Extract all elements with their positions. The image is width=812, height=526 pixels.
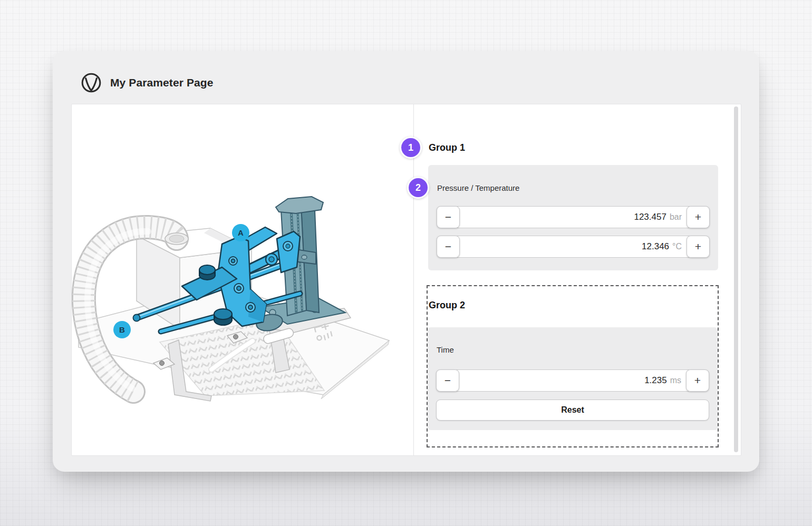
group-1-badge: 1 bbox=[400, 137, 422, 159]
group-2-title: Group 2 bbox=[429, 300, 465, 311]
pressure-temperature-card: Pressure / Temperature − 123.457 bar + −… bbox=[428, 165, 718, 270]
time-increment-button[interactable]: + bbox=[686, 369, 709, 392]
time-unit: ms bbox=[670, 376, 681, 385]
time-card: Time − 1.235 ms + Reset bbox=[428, 327, 718, 430]
card-2-badge: 2 bbox=[407, 177, 429, 199]
pressure-value: 123.457 bbox=[634, 212, 666, 222]
group-1-title: Group 1 bbox=[429, 142, 465, 153]
app-logo-icon bbox=[81, 72, 102, 93]
pressure-stepper: − 123.457 bar + bbox=[437, 206, 710, 228]
marker-b[interactable]: B bbox=[113, 321, 131, 338]
group-2-container: Group 2 Time − 1.235 ms + Reset bbox=[427, 285, 719, 447]
page-title: My Parameter Page bbox=[110, 76, 213, 89]
pressure-temperature-label: Pressure / Temperature bbox=[437, 183, 519, 192]
marker-a[interactable]: A bbox=[232, 224, 249, 241]
temperature-value: 12.346 bbox=[642, 241, 669, 252]
card-2-badge-label: 2 bbox=[415, 182, 421, 193]
time-stepper: − 1.235 ms + bbox=[436, 369, 709, 392]
group-1-badge-label: 1 bbox=[408, 142, 413, 153]
app-card: My Parameter Page bbox=[53, 51, 759, 472]
time-value: 1.235 bbox=[644, 375, 667, 386]
temperature-stepper: − 12.346 °C + bbox=[437, 236, 710, 258]
reset-button[interactable]: Reset bbox=[436, 400, 709, 421]
machine-illustration bbox=[72, 104, 413, 456]
time-label: Time bbox=[437, 345, 454, 354]
pressure-increment-button[interactable]: + bbox=[687, 206, 710, 228]
app-header: My Parameter Page bbox=[81, 72, 213, 93]
time-decrement-button[interactable]: − bbox=[436, 369, 459, 392]
marker-a-label: A bbox=[238, 228, 244, 237]
panel-scrollbar[interactable] bbox=[734, 106, 738, 452]
temperature-decrement-button[interactable]: − bbox=[437, 236, 460, 258]
temperature-unit: °C bbox=[672, 242, 682, 251]
pressure-input[interactable]: 123.457 bar bbox=[456, 206, 690, 228]
time-input[interactable]: 1.235 ms bbox=[456, 369, 690, 392]
temperature-input[interactable]: 12.346 °C bbox=[456, 236, 690, 258]
pressure-unit: bar bbox=[670, 212, 682, 222]
temperature-increment-button[interactable]: + bbox=[687, 236, 710, 258]
marker-b-label: B bbox=[119, 325, 125, 334]
pressure-decrement-button[interactable]: − bbox=[437, 206, 460, 228]
content-panel: A B 1 Group 1 Pressure / Temperature − 1… bbox=[71, 104, 741, 456]
